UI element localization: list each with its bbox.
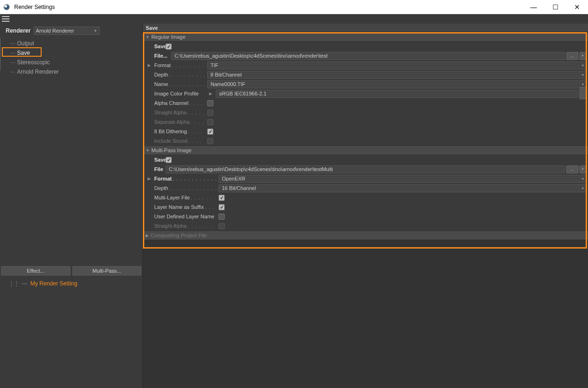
tree-item-stereoscopic[interactable]: Stereoscopic [10, 58, 142, 67]
chevron-right-icon[interactable]: ▶ [148, 176, 152, 181]
maximize-button[interactable]: ☐ [544, 0, 566, 14]
panel-header: Save [143, 24, 588, 32]
include-sound-checkbox [207, 138, 213, 144]
save-label: Save [154, 43, 167, 49]
left-panel: Renderer Arnold Renderer ▼ Output Save S… [0, 24, 143, 388]
section-regular-image[interactable]: ▼ Regular Image [143, 32, 588, 42]
chevron-down-icon: ▼ [94, 29, 97, 33]
section-multipass-image[interactable]: ▼ Multi-Pass Image [143, 146, 588, 155]
regular-file-input[interactable]: C:\Users\rebus_agustin\Desktop\c4dScenes… [171, 52, 565, 60]
depth-label: Depth [154, 72, 168, 78]
file-label: File... [154, 53, 167, 59]
multipass-button[interactable]: Multi-Pass... [72, 266, 142, 276]
chevron-right-icon[interactable]: ▶ [148, 63, 152, 68]
regular-name-select[interactable]: Name0000.TIF▾ [207, 80, 587, 88]
multipass-format-select[interactable]: OpenEXR▾ [219, 175, 587, 183]
my-render-setting[interactable]: ⋮⋮ — My Render Setting [0, 276, 142, 291]
alpha-channel-checkbox[interactable] [207, 100, 213, 106]
preset-icon: ⋮⋮ [9, 280, 19, 287]
multilayer-checkbox[interactable] [219, 195, 225, 201]
mp-format-label: Format [154, 176, 172, 181]
app-icon [3, 3, 10, 11]
hamburger-icon[interactable] [2, 16, 9, 22]
renderer-value: Arnold Renderer [36, 28, 74, 34]
empty-area [143, 240, 588, 388]
straight-alpha-label: Straight Alpha [154, 110, 187, 115]
multipass-save-checkbox[interactable] [166, 157, 172, 163]
chevron-right-icon[interactable]: ▶ [209, 91, 214, 96]
user-layer-name-checkbox[interactable] [219, 214, 225, 220]
multilayer-label: Multi-Layer File [154, 195, 190, 200]
dither-label: 8 Bit Dithering [154, 129, 187, 134]
alpha-label: Alpha Channel [154, 100, 188, 106]
multipass-file-input[interactable]: C:\Users\rebus_agustin\Desktop\c4dScenes… [166, 165, 565, 173]
tree-item-output[interactable]: Output [10, 39, 142, 48]
userlayer-label: User Defined Layer Name [154, 214, 214, 219]
close-button[interactable]: ✕ [566, 0, 588, 14]
renderer-label: Renderer [6, 27, 31, 34]
mp-save-label: Save [154, 157, 167, 163]
browse-button[interactable]: ... [566, 165, 579, 173]
section-compositing[interactable]: ▶ Compositing Project File [143, 231, 588, 240]
sound-label: Include Sound [154, 138, 187, 144]
titlebar: Render Settings — ☐ ✕ [0, 0, 588, 14]
chevron-down-icon: ▼ [146, 35, 149, 39]
separate-alpha-label: Separate Alpha [154, 119, 190, 125]
mp-file-label: File [154, 166, 163, 172]
menu-strip [0, 14, 588, 24]
tree-item-save[interactable]: Save [10, 48, 142, 58]
dithering-checkbox[interactable] [207, 129, 213, 135]
tree-item-arnold[interactable]: Arnold Renderer [10, 67, 142, 77]
regular-depth-select[interactable]: 8 Bit/Channel▾ [207, 71, 587, 79]
file-options-dropdown[interactable]: ▾ [579, 165, 586, 173]
straight-alpha-checkbox [207, 110, 213, 116]
effect-button[interactable]: Effect... [1, 266, 70, 276]
mp-straight-alpha-checkbox [219, 223, 225, 229]
window-title: Render Settings [14, 4, 55, 10]
profile-label: Image Color Profile [154, 91, 199, 96]
chevron-down-icon: ▼ [146, 148, 149, 153]
renderer-select[interactable]: Arnold Renderer ▼ [34, 26, 100, 35]
format-label: Format [154, 62, 171, 68]
color-profile-input[interactable]: sRGB IEC61966-2.1 [216, 90, 579, 98]
layername-suffix-checkbox[interactable] [219, 204, 225, 210]
multipass-depth-select[interactable]: 16 Bit/Channel▾ [219, 184, 587, 192]
regular-save-checkbox[interactable] [166, 43, 172, 50]
mp-straight-label: Straight Alpha [154, 223, 187, 229]
right-panel: Save ▼ Regular Image Save File... C:\Use… [143, 24, 588, 388]
separate-alpha-checkbox [207, 119, 213, 125]
profile-scroll[interactable] [579, 87, 586, 99]
name-label: Name [154, 81, 168, 87]
chevron-right-icon: ▶ [146, 233, 149, 238]
browse-button[interactable]: ... [566, 52, 579, 60]
minimize-button[interactable]: — [523, 0, 544, 14]
layername-label: Layer Name as Suffix [154, 204, 204, 210]
settings-tree: Output Save Stereoscopic Arnold Renderer [0, 38, 142, 77]
file-options-dropdown[interactable]: ▾ [579, 52, 586, 60]
regular-format-select[interactable]: TIF▾ [207, 61, 587, 69]
svg-point-1 [4, 5, 7, 8]
mp-depth-label: Depth [154, 185, 168, 191]
